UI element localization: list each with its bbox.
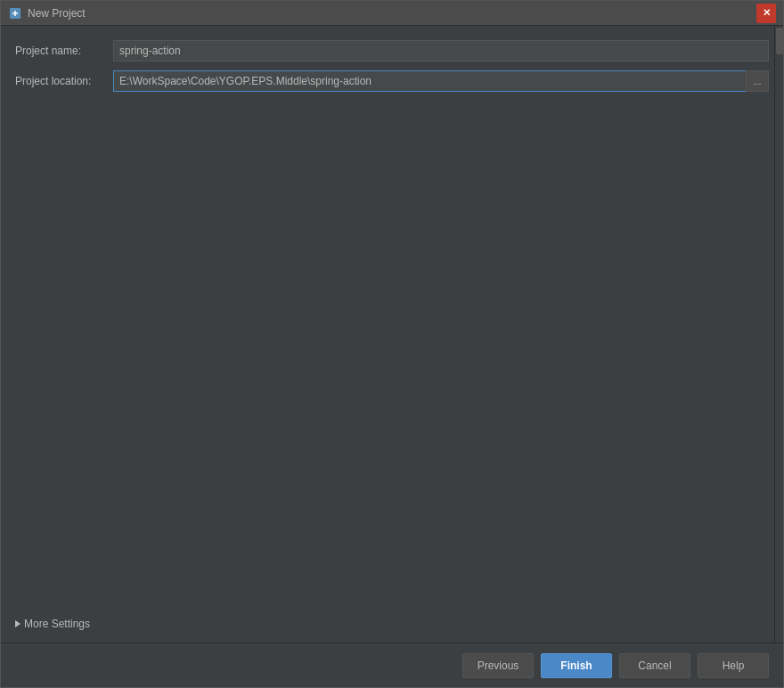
browse-button[interactable]: ... [746,70,769,92]
previous-button[interactable]: Previous [462,653,534,678]
project-location-input[interactable] [113,70,746,92]
project-location-row: Project location: ... [15,70,769,92]
cancel-button[interactable]: Cancel [619,653,690,678]
title-bar: New Project ✕ [1,1,783,26]
finish-button[interactable]: Finish [541,653,612,678]
footer: Previous Finish Cancel Help [1,643,783,687]
project-name-input[interactable] [113,40,769,61]
title-bar-controls: ✕ [756,4,776,23]
window-title: New Project [28,7,86,20]
more-settings-toggle[interactable]: More Settings [15,614,769,634]
content-area: Project name: Project location: ... More… [1,26,783,643]
help-button[interactable]: Help [698,653,769,678]
project-name-label: Project name: [15,45,113,57]
triangle-icon [15,620,20,627]
close-button[interactable]: ✕ [756,4,776,23]
new-project-window: New Project ✕ Project name: Project loca… [0,0,784,688]
project-location-label: Project location: [15,75,113,87]
scrollbar[interactable] [774,26,783,643]
more-settings-label: More Settings [24,618,90,630]
content-spacer [15,101,769,614]
location-input-wrapper: ... [113,70,769,92]
new-project-icon [8,6,22,20]
scrollbar-thumb [776,28,783,54]
title-bar-left: New Project [8,6,86,20]
project-name-row: Project name: [15,40,769,61]
